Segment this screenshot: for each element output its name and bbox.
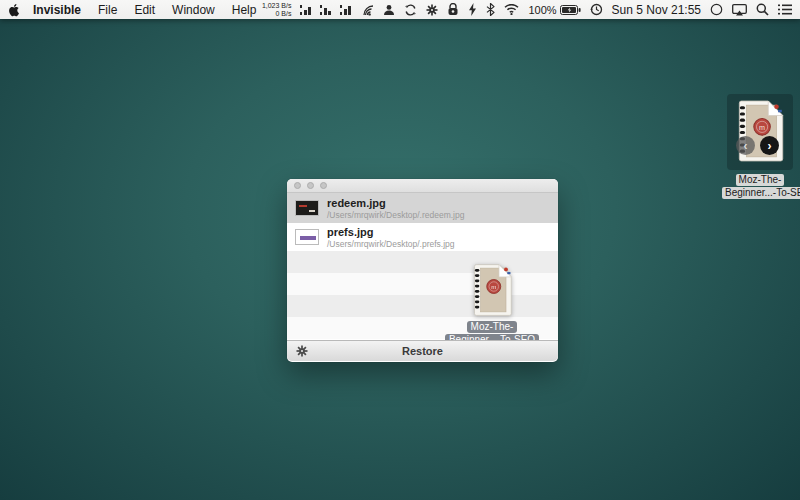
memory-meter-icon[interactable]: [320, 4, 331, 16]
menu-bar-clock[interactable]: Sun 5 Nov 21:55: [612, 3, 701, 17]
drag-ghost-moz-file[interactable]: m Moz-The- Beginner...-To-SEO: [437, 263, 547, 340]
menu-bar: Invisible File Edit Window Help 1,023 B/…: [0, 0, 800, 19]
file-path: /Users/mrqwirk/Desktop/.prefs.jpg: [327, 239, 455, 249]
icon-selection-highlight: m ‹ ›: [727, 94, 793, 170]
bluetooth-icon[interactable]: [486, 3, 495, 16]
window-bottom-bar: Restore: [287, 340, 558, 361]
battery-icon: [560, 5, 581, 15]
menu-edit[interactable]: Edit: [134, 3, 155, 17]
svg-text:m: m: [759, 123, 765, 132]
active-app-name[interactable]: Invisible: [33, 3, 81, 17]
wifi-icon[interactable]: [504, 4, 519, 15]
nav-back-icon[interactable]: ‹: [736, 136, 755, 155]
menu-help[interactable]: Help: [232, 3, 257, 17]
file-row-redeem[interactable]: redeem.jpg /Users/mrqwirk/Desktop/.redee…: [287, 193, 558, 223]
settings-gear-button[interactable]: [295, 344, 309, 358]
redeem-thumbnail: [295, 200, 319, 216]
window-title-bar[interactable]: [287, 179, 558, 193]
disk-meter-icon[interactable]: [340, 4, 351, 16]
invisible-app-window: redeem.jpg /Users/mrqwirk/Desktop/.redee…: [287, 179, 558, 362]
apple-menu-icon[interactable]: [8, 2, 21, 17]
file-path: /Users/mrqwirk/Desktop/.redeem.jpg: [327, 210, 464, 220]
cpu-meter-icon[interactable]: [300, 4, 311, 16]
svg-text:m: m: [491, 283, 496, 290]
minimize-button[interactable]: [307, 182, 314, 189]
nav-forward-icon[interactable]: ›: [760, 136, 779, 155]
signal-waves-icon[interactable]: [360, 4, 374, 16]
sync-arrows-icon[interactable]: [404, 4, 417, 16]
file-row-prefs[interactable]: prefs.jpg /Users/mrqwirk/Desktop/.prefs.…: [287, 223, 558, 251]
network-speed-indicator[interactable]: 1,023 B/s 0 B/s: [262, 2, 292, 18]
desktop-file-moz-seo[interactable]: m ‹ › Moz-The- Beginner...-To-SEO: [722, 94, 798, 199]
file-name: prefs.jpg: [327, 226, 455, 239]
lock-vpn-icon[interactable]: [447, 3, 459, 16]
moz-book-file-icon: m: [471, 263, 513, 317]
desktop[interactable]: { "menu_bar": { "app_name": "Invisible",…: [0, 0, 800, 500]
prefs-thumbnail: [295, 229, 319, 245]
network-up-speed: 1,023 B/s: [262, 2, 292, 10]
battery-percent: 100%: [528, 4, 556, 16]
notification-center-icon[interactable]: [778, 4, 792, 15]
network-down-speed: 0 B/s: [262, 10, 292, 18]
zoom-button[interactable]: [320, 182, 327, 189]
time-machine-icon[interactable]: [590, 3, 603, 16]
file-name: redeem.jpg: [327, 197, 464, 210]
airplay-display-icon[interactable]: [732, 4, 747, 16]
menu-window[interactable]: Window: [172, 3, 215, 17]
spotlight-search-icon[interactable]: [756, 3, 769, 16]
close-button[interactable]: [294, 182, 301, 189]
menu-file[interactable]: File: [98, 3, 117, 17]
gear-icon: [296, 345, 308, 357]
siri-icon[interactable]: [710, 3, 723, 16]
battery-status[interactable]: 100%: [528, 4, 580, 16]
restore-button[interactable]: Restore: [402, 345, 443, 357]
drag-ghost-label: Moz-The- Beginner...-To-SEO: [437, 320, 547, 340]
gear-menu-icon[interactable]: [426, 4, 438, 16]
file-list: redeem.jpg /Users/mrqwirk/Desktop/.redee…: [287, 193, 558, 340]
desktop-icon-label: Moz-The- Beginner...-To-SEO: [722, 173, 798, 199]
user-switch-icon[interactable]: [383, 4, 395, 16]
bolt-icon[interactable]: [468, 3, 477, 16]
